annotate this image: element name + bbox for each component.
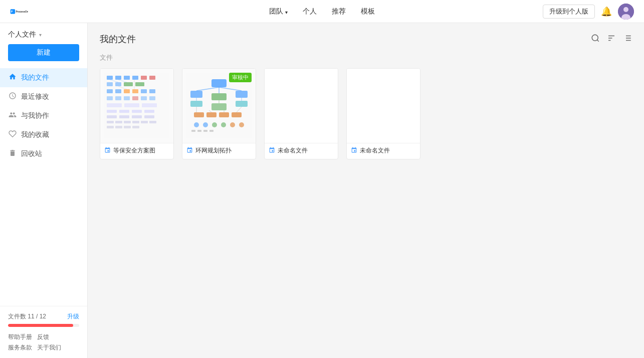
nav-template[interactable]: 模板: [361, 7, 375, 16]
logo[interactable]: P ProcessOn: [10, 3, 28, 21]
personal-files-arrow: ▾: [39, 32, 42, 38]
svg-rect-64: [132, 126, 139, 128]
svg-point-91: [230, 122, 235, 127]
file-card-3[interactable]: 未命名文件: [264, 68, 338, 159]
svg-rect-79: [194, 112, 204, 117]
nav-center: 团队 个人 推荐 模板: [269, 7, 375, 16]
svg-rect-81: [219, 112, 229, 117]
svg-rect-30: [107, 89, 113, 93]
svg-rect-44: [107, 103, 122, 107]
svg-rect-49: [132, 110, 142, 113]
svg-rect-53: [132, 115, 142, 118]
sidebar-item-shared[interactable]: 与我协作: [0, 106, 87, 125]
svg-rect-59: [141, 121, 148, 123]
content-actions: [591, 34, 632, 45]
main-layout: 个人文件 ▾ 新建 我的文件 最近修改 与我协作: [0, 23, 644, 358]
svg-rect-26: [124, 82, 133, 86]
svg-text:ProcessOn: ProcessOn: [16, 11, 28, 13]
file-thumb-2: 审核中: [182, 69, 256, 143]
svg-rect-47: [107, 110, 117, 113]
header: P ProcessOn 团队 个人 推荐 模板 升级到个人版 🔔: [0, 0, 644, 23]
content-title: 我的文件: [100, 33, 136, 45]
progress-bar-bg: [8, 324, 79, 327]
svg-rect-50: [144, 110, 154, 113]
file-info-4: 未命名文件: [347, 143, 420, 159]
progress-bar-fill: [8, 324, 73, 327]
file-card-4[interactable]: 未命名文件: [346, 68, 420, 159]
file-info-1: 等保安全方案图: [100, 143, 173, 159]
svg-rect-27: [135, 82, 144, 86]
svg-rect-32: [124, 89, 130, 93]
svg-rect-48: [119, 110, 129, 113]
svg-line-7: [597, 40, 598, 41]
svg-rect-60: [149, 121, 156, 123]
svg-rect-23: [149, 76, 155, 80]
file-info-2: 环网规划拓扑: [182, 143, 256, 159]
sort-icon[interactable]: [607, 34, 616, 45]
grid-list-icon[interactable]: [623, 34, 632, 45]
section-label: 文件: [100, 53, 632, 62]
sidebar-item-shared-label: 与我协作: [21, 111, 49, 120]
file-type-icon-4: [351, 147, 357, 155]
sidebar-item-recent[interactable]: 最近修改: [0, 87, 87, 106]
shared-icon: [8, 111, 17, 121]
sidebar-item-my-files[interactable]: 我的文件: [0, 68, 87, 87]
nav-team[interactable]: 团队: [269, 7, 288, 16]
svg-rect-37: [115, 96, 121, 100]
content-area: 我的文件 文件: [88, 23, 644, 358]
nav-personal[interactable]: 个人: [303, 7, 317, 16]
svg-rect-31: [115, 89, 121, 93]
upgrade-button[interactable]: 升级到个人版: [543, 5, 595, 19]
sidebar-item-favorites-label: 我的收藏: [21, 130, 49, 139]
file-thumb-1: [100, 69, 173, 143]
svg-rect-52: [119, 115, 129, 118]
header-right: 升级到个人版 🔔: [543, 4, 634, 20]
file-thumb-3: [265, 69, 338, 143]
avatar[interactable]: [618, 4, 634, 20]
svg-rect-93: [191, 130, 195, 132]
nav-recommend[interactable]: 推荐: [332, 7, 346, 16]
file-name-3: 未命名文件: [278, 146, 308, 155]
file-name-2: 环网规划拓扑: [195, 146, 232, 155]
sidebar-item-my-files-label: 我的文件: [21, 73, 49, 82]
svg-point-88: [203, 122, 208, 127]
footer-about-link[interactable]: 关于我们: [37, 343, 61, 352]
footer-terms-link[interactable]: 服务条款: [8, 343, 32, 352]
file-name-1: 等保安全方案图: [113, 146, 155, 155]
new-button[interactable]: 新建: [8, 44, 79, 61]
svg-rect-21: [132, 76, 138, 80]
svg-rect-22: [141, 76, 147, 80]
svg-rect-56: [115, 121, 122, 123]
footer-help-link[interactable]: 帮助手册: [8, 333, 32, 341]
file-count-row: 文件数 11 / 12 升级: [8, 312, 79, 321]
svg-rect-58: [132, 121, 139, 123]
personal-files-header[interactable]: 个人文件 ▾: [0, 23, 87, 44]
bell-icon[interactable]: 🔔: [601, 6, 612, 17]
footer-links-1: 帮助手册 反馈: [8, 333, 79, 341]
file-info-3: 未命名文件: [265, 143, 338, 159]
personal-files-label: 个人文件: [8, 30, 36, 39]
file-grid: 等保安全方案图 审核中: [100, 68, 632, 159]
file-card-2[interactable]: 审核中: [182, 68, 256, 159]
svg-rect-80: [206, 112, 217, 117]
svg-rect-82: [232, 112, 242, 117]
svg-point-6: [592, 35, 598, 41]
sidebar-footer: 文件数 11 / 12 升级 帮助手册 反馈 服务条款 关于我们: [0, 306, 87, 358]
svg-rect-38: [124, 96, 130, 100]
search-icon[interactable]: [591, 34, 600, 45]
svg-rect-94: [197, 130, 201, 132]
svg-rect-35: [149, 89, 155, 93]
svg-rect-69: [236, 91, 248, 98]
svg-rect-40: [141, 96, 147, 100]
svg-rect-24: [107, 82, 113, 86]
file-card-1[interactable]: 等保安全方案图: [100, 68, 174, 159]
sidebar-upgrade-link[interactable]: 升级: [67, 312, 79, 321]
file-type-icon-1: [104, 147, 111, 155]
svg-rect-51: [107, 115, 117, 118]
sidebar-item-trash[interactable]: 回收站: [0, 144, 87, 163]
footer-feedback-link[interactable]: 反馈: [37, 333, 49, 341]
file-badge-2: 审核中: [229, 73, 252, 82]
file-type-icon-2: [186, 147, 193, 155]
svg-rect-95: [203, 130, 207, 132]
sidebar-item-favorites[interactable]: 我的收藏: [0, 125, 87, 144]
